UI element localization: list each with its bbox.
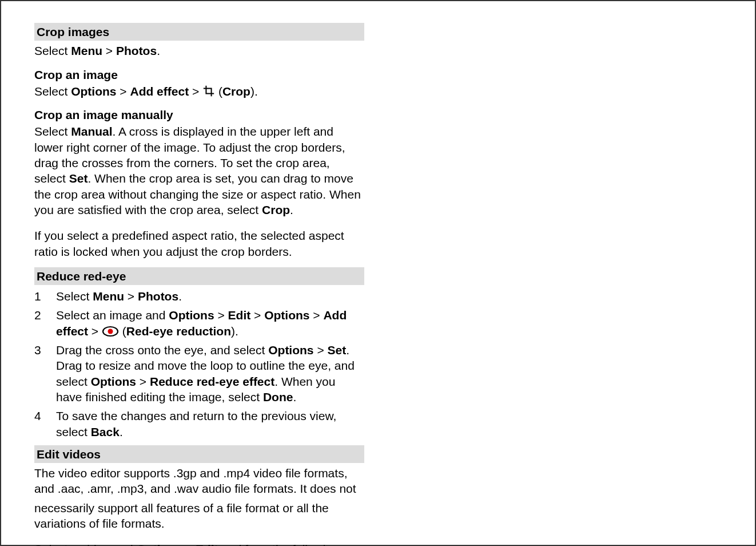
heading-crop-manually: Crop an image manually bbox=[34, 107, 364, 122]
set-label: Set bbox=[327, 343, 346, 357]
options-label: Options bbox=[264, 308, 309, 322]
text: > bbox=[88, 325, 102, 338]
add-effect-label: Add effect bbox=[130, 85, 189, 98]
text: > bbox=[314, 343, 328, 357]
step-text: Select Menu > Photos. bbox=[56, 288, 364, 304]
text: . bbox=[293, 390, 296, 403]
text: > bbox=[102, 44, 116, 57]
red-eye-reduction-label: Red-eye reduction bbox=[126, 325, 231, 338]
options-label: Options bbox=[91, 375, 136, 388]
step-text: To save the changes and return to the pr… bbox=[56, 408, 364, 440]
back-label: Back bbox=[91, 425, 120, 438]
reduce-red-eye-effect-label: Reduce red-eye effect bbox=[150, 375, 274, 388]
text: > bbox=[310, 308, 324, 322]
two-column-content: Crop images Select Menu > Photos. Crop a… bbox=[34, 23, 722, 546]
heading-reduce-red-eye: Reduce red-eye bbox=[34, 267, 364, 285]
edit-label: Edit bbox=[196, 543, 218, 546]
text: Drag the cross onto the eye, and select bbox=[56, 343, 268, 357]
text: > bbox=[117, 85, 130, 98]
set-label: Set bbox=[69, 172, 88, 185]
text: > bbox=[214, 308, 228, 322]
text: . bbox=[157, 44, 160, 57]
crop-an-image-path: Select Options > Add effect > (Crop). bbox=[34, 84, 364, 99]
text: ( bbox=[122, 325, 126, 338]
text: . bbox=[120, 425, 123, 438]
done-label: Done bbox=[263, 390, 293, 403]
step-number: 4 bbox=[34, 408, 45, 440]
svg-point-1 bbox=[108, 329, 113, 334]
text: Select bbox=[34, 44, 71, 57]
text: Select bbox=[56, 290, 93, 303]
text: . bbox=[178, 290, 182, 303]
crop-label: Crop bbox=[262, 203, 290, 216]
text: . bbox=[290, 203, 293, 216]
crop-label: Crop bbox=[222, 85, 250, 98]
crop-manually-note: If you select a predefined aspect ratio,… bbox=[34, 228, 364, 259]
edit-videos-text: The video editor supports .3gp and .mp4 … bbox=[34, 465, 364, 497]
list-item: 2 Select an image and Options > Edit > O… bbox=[34, 307, 364, 339]
text: > bbox=[182, 543, 196, 546]
options-label: Options bbox=[137, 543, 182, 546]
options-label: Options bbox=[169, 308, 214, 322]
document-page: Crop images Select Menu > Photos. Crop a… bbox=[0, 0, 756, 546]
text: Select an image and bbox=[56, 308, 169, 322]
text: > bbox=[250, 308, 264, 322]
options-label: Options bbox=[71, 85, 116, 98]
redeye-icon bbox=[102, 326, 119, 337]
text: > bbox=[136, 375, 150, 388]
step-number: 3 bbox=[34, 342, 45, 405]
crop-manually-text: Select Manual. A cross is displayed in t… bbox=[34, 124, 364, 217]
menu-label: Menu bbox=[93, 290, 124, 303]
heading-crop-an-image: Crop an image bbox=[34, 67, 364, 82]
edit-videos-continuation: necessarily support all features of a fi… bbox=[34, 500, 364, 532]
manual-label: Manual bbox=[71, 125, 112, 138]
text: ( bbox=[218, 85, 222, 98]
step-number: 2 bbox=[34, 307, 45, 339]
photos-label: Photos bbox=[138, 290, 178, 303]
heading-edit-videos: Edit videos bbox=[34, 445, 364, 463]
step-number: 1 bbox=[34, 288, 45, 304]
crop-images-path: Select Menu > Photos. bbox=[34, 43, 364, 58]
edit-videos-select: Select a video and Options > Edit and fr… bbox=[34, 541, 364, 546]
step-text: Drag the cross onto the eye, and select … bbox=[56, 342, 364, 405]
list-item: 4 To save the changes and return to the … bbox=[34, 408, 364, 440]
options-label: Options bbox=[268, 343, 313, 357]
list-item: 1 Select Menu > Photos. bbox=[34, 288, 364, 304]
list-item: 3 Drag the cross onto the eye, and selec… bbox=[34, 342, 364, 405]
heading-crop-images: Crop images bbox=[34, 23, 364, 41]
red-eye-steps: 1 Select Menu > Photos. 2 Select an imag… bbox=[34, 288, 364, 440]
text: Select bbox=[34, 85, 71, 98]
edit-label: Edit bbox=[228, 308, 251, 322]
photos-label: Photos bbox=[116, 44, 157, 57]
text: > bbox=[189, 85, 202, 98]
text: > bbox=[124, 290, 138, 303]
text: ). bbox=[231, 325, 238, 338]
text: Select a video and bbox=[34, 543, 137, 546]
text: Select bbox=[34, 125, 71, 138]
text: ). bbox=[250, 85, 258, 98]
menu-label: Menu bbox=[71, 44, 102, 57]
text: and from the following: bbox=[218, 543, 343, 546]
step-text: Select an image and Options > Edit > Opt… bbox=[56, 307, 364, 339]
crop-icon bbox=[202, 85, 215, 97]
